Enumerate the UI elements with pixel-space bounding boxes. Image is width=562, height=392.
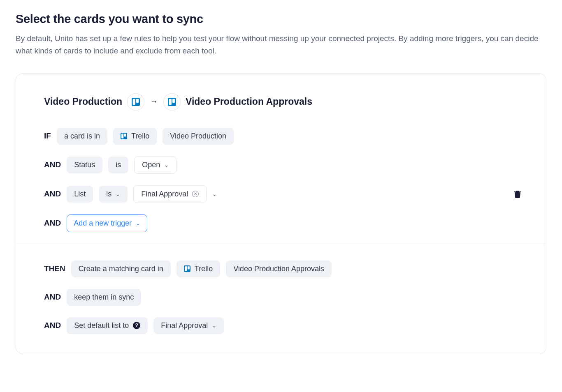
is-operator-select[interactable]: is ⌄ [99, 186, 128, 203]
svg-rect-11 [188, 266, 190, 269]
chip-set-default-list: Set default list to ? [67, 317, 148, 334]
trello-icon [132, 98, 140, 106]
default-list-label: Final Approval [161, 321, 208, 330]
svg-rect-7 [121, 134, 123, 138]
is-operator-label: is [106, 190, 111, 198]
remove-icon[interactable]: ✕ [192, 191, 199, 197]
rules-card: Video Production → Video Production Appr… [16, 73, 546, 354]
svg-rect-5 [172, 99, 175, 102]
add-trigger-label: Add a new trigger [74, 219, 132, 228]
status-value-select[interactable]: Open ⌄ [134, 156, 176, 174]
keyword-and: AND [44, 160, 61, 169]
chip-keep-sync: keep them in sync [67, 289, 141, 306]
chevron-down-icon: ⌄ [164, 162, 169, 168]
trello-icon [121, 133, 127, 139]
add-trigger-button[interactable]: Add a new trigger ⌄ [67, 214, 147, 232]
chip-list-field: List [67, 186, 93, 203]
chevron-down-icon: ⌄ [212, 323, 216, 329]
svg-rect-2 [136, 99, 139, 102]
svg-rect-4 [169, 99, 172, 105]
list-value-chip[interactable]: Final Approval ✕ [133, 185, 207, 203]
list-value-label: Final Approval [141, 190, 188, 198]
rule-then-row: THEN Create a matching card in Trello Vi… [44, 261, 521, 277]
page-subtitle: By default, Unito has set up a few rules… [16, 32, 546, 58]
keyword-and: AND [44, 189, 61, 198]
default-list-select[interactable]: Final Approval ⌄ [153, 317, 224, 334]
trello-icon [184, 265, 190, 272]
chip-card-is-in: a card is in [57, 128, 107, 145]
trash-icon [514, 190, 521, 198]
chip-is-operator: is [108, 157, 128, 173]
flow-header: Video Production → Video Production Appr… [44, 93, 521, 111]
rule-list-row: AND List is ⌄ Final Approval ✕ ⌄ [44, 185, 521, 203]
target-tool-badge [163, 93, 181, 111]
keyword-and: AND [44, 293, 61, 302]
tool-label: Trello [131, 132, 149, 141]
target-board-name: Video Production Approvals [186, 96, 312, 107]
keyword-and: AND [44, 321, 61, 330]
chip-status-field: Status [67, 157, 102, 173]
rule-add-trigger-row: AND Add a new trigger ⌄ [44, 214, 521, 232]
keyword-then: THEN [44, 264, 65, 273]
tool-label: Trello [195, 265, 213, 273]
keyword-and: AND [44, 219, 61, 228]
svg-rect-10 [185, 266, 187, 271]
chevron-down-icon: ⌄ [116, 191, 120, 197]
rule-if-row: IF a card is in Trello Video Production [44, 128, 521, 145]
divider [16, 244, 546, 244]
status-value-label: Open [142, 161, 160, 169]
help-icon[interactable]: ? [133, 322, 140, 329]
keyword-if: IF [44, 131, 51, 141]
svg-rect-1 [133, 99, 135, 105]
chip-target-tool: Trello [176, 261, 220, 277]
rule-status-row: AND Status is Open ⌄ [44, 156, 521, 174]
chip-source-board: Video Production [163, 128, 234, 145]
chip-create-matching: Create a matching card in [71, 261, 171, 277]
chip-source-tool: Trello [113, 128, 157, 145]
svg-rect-8 [124, 134, 126, 136]
arrow-right-icon: → [149, 97, 158, 106]
chip-target-board: Video Production Approvals [226, 261, 332, 277]
rule-default-list-row: AND Set default list to ? Final Approval… [44, 317, 521, 334]
chevron-down-icon: ⌄ [136, 220, 140, 226]
page-title: Select the cards you want to sync [16, 12, 546, 26]
trello-icon [168, 98, 176, 106]
rule-keep-sync-row: AND keep them in sync [44, 289, 521, 306]
chevron-down-icon[interactable]: ⌄ [212, 191, 217, 197]
source-board-name: Video Production [44, 96, 122, 107]
set-default-list-label: Set default list to [74, 321, 129, 330]
source-tool-badge [127, 93, 144, 111]
delete-rule-button[interactable] [514, 190, 521, 198]
